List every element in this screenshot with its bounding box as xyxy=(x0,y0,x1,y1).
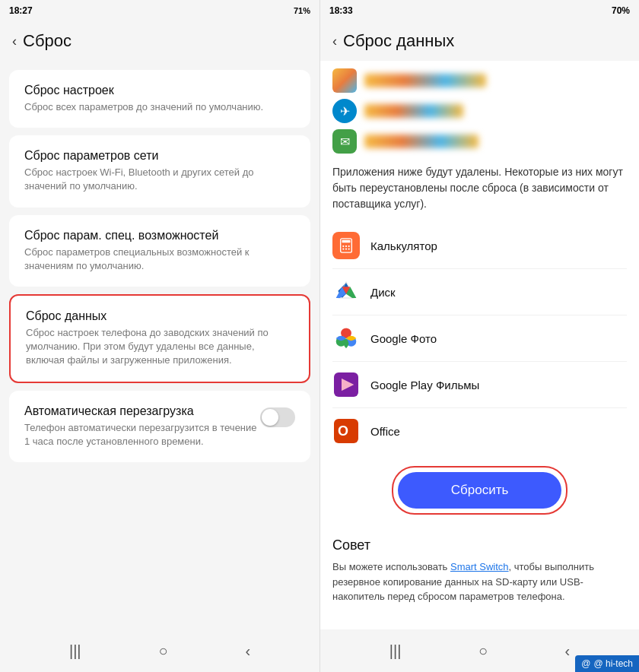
right-panel: 18:33 70% ‹ Сброс данных ✈ ✉ Приложения … xyxy=(320,0,639,672)
app-item-calculator: Калькулятор xyxy=(332,223,627,269)
watermark-icon: @ xyxy=(581,658,590,669)
left-panel: 18:27 71% ‹ Сброс Сброс настроек Сброс в… xyxy=(0,0,320,672)
svg-text:O: O xyxy=(338,423,348,439)
drive-svg xyxy=(334,280,358,304)
auto-restart-toggle[interactable] xyxy=(260,407,295,427)
svg-point-5 xyxy=(342,248,344,249)
movies-svg xyxy=(334,372,358,397)
right-status-bar: 18:33 70% xyxy=(320,0,639,21)
reset-accessibility-title: Сброс парам. спец. возможностей xyxy=(24,229,295,242)
tip-text-before: Вы можете использовать xyxy=(332,561,450,572)
reset-settings-desc: Сброс всех параметров до значений по умо… xyxy=(24,100,295,114)
app-item-drive: Диск xyxy=(332,269,627,315)
left-time: 18:27 xyxy=(9,5,33,16)
info-text: Приложения ниже будут удалены. Некоторые… xyxy=(320,157,639,223)
svg-point-6 xyxy=(345,248,347,249)
blurred-section: ✈ ✉ xyxy=(320,61,639,157)
left-back-button[interactable]: ‹ xyxy=(12,33,17,49)
blurred-item-1 xyxy=(332,68,627,93)
drive-icon xyxy=(332,278,360,306)
reset-network-desc: Сброс настроек Wi-Fi, Bluetooth и других… xyxy=(24,166,295,193)
reset-button[interactable]: Сбросить xyxy=(398,472,562,509)
svg-point-4 xyxy=(348,246,350,247)
tip-title: Совет xyxy=(332,537,627,553)
auto-restart-content: Автоматическая перезагрузка Телефон авто… xyxy=(24,404,260,449)
watermark: @ @ hi-tech xyxy=(575,655,639,672)
app-item-photos: Google Фото xyxy=(332,315,627,362)
auto-restart-desc: Телефон автоматически перезагрузится в т… xyxy=(24,421,260,449)
tip-text: Вы можете использовать Smart Switch, что… xyxy=(332,559,627,604)
right-time: 18:33 xyxy=(329,5,353,16)
reset-data-item[interactable]: Сброс данных Сброс настроек телефона до … xyxy=(9,294,310,383)
office-icon: O xyxy=(332,417,360,445)
app-list: Калькулятор xyxy=(320,223,639,454)
blurred-bar-3 xyxy=(364,135,478,148)
left-nav-back[interactable]: ‹ xyxy=(245,642,250,660)
reset-button-wrapper: Сбросить xyxy=(392,466,568,515)
reset-data-desc: Сброс настроек телефона до заводских зна… xyxy=(26,326,294,368)
svg-point-3 xyxy=(345,246,347,247)
photos-name: Google Фото xyxy=(370,332,437,345)
blurred-icon-1 xyxy=(332,68,357,93)
calculator-icon xyxy=(332,232,360,259)
auto-restart-item[interactable]: Автоматическая перезагрузка Телефон авто… xyxy=(9,391,310,462)
office-svg: O xyxy=(334,419,358,443)
left-header: ‹ Сброс xyxy=(0,21,320,61)
reset-accessibility-desc: Сброс параметров специальных возможносте… xyxy=(24,246,295,273)
settings-list: Сброс настроек Сброс всех параметров до … xyxy=(0,61,320,629)
left-nav-bar: ||| ○ ‹ xyxy=(0,629,320,672)
left-battery: 71% xyxy=(294,6,310,15)
reset-network-title: Сброс параметров сети xyxy=(24,149,295,163)
reset-network-item[interactable]: Сброс параметров сети Сброс настроек Wi-… xyxy=(9,135,310,207)
photos-icon xyxy=(332,325,360,352)
blurred-bar-1 xyxy=(364,74,486,87)
movies-name: Google Play Фильмы xyxy=(370,379,479,391)
smart-switch-link[interactable]: Smart Switch xyxy=(450,561,509,572)
left-nav-home[interactable]: ○ xyxy=(158,642,167,660)
left-nav-recent[interactable]: ||| xyxy=(69,642,81,660)
reset-button-section: Сбросить xyxy=(320,454,639,527)
calc-svg xyxy=(338,237,354,254)
reset-settings-title: Сброс настроек xyxy=(24,84,295,97)
reset-data-title: Сброс данных xyxy=(26,309,294,323)
sms-icon: ✉ xyxy=(332,129,357,154)
reset-accessibility-item[interactable]: Сброс парам. спец. возможностей Сброс па… xyxy=(9,215,310,287)
right-nav-home[interactable]: ○ xyxy=(478,642,488,660)
app-item-office: O Office xyxy=(332,408,627,454)
photos-svg xyxy=(334,326,358,350)
office-name: Office xyxy=(370,425,400,438)
right-page-title: Сброс данных xyxy=(343,31,454,51)
blurred-item-3: ✉ xyxy=(332,129,627,154)
blurred-bar-2 xyxy=(364,104,463,118)
watermark-text: @ hi-tech xyxy=(593,658,633,669)
drive-name: Диск xyxy=(370,286,396,299)
app-item-movies: Google Play Фильмы xyxy=(332,362,627,408)
movies-icon xyxy=(332,371,360,398)
tip-section: Совет Вы можете использовать Smart Switc… xyxy=(320,527,639,610)
left-page-title: Сброс xyxy=(23,31,72,51)
svg-point-2 xyxy=(342,246,344,247)
blurred-item-2: ✈ xyxy=(332,99,627,123)
left-status-bar: 18:27 71% xyxy=(0,0,320,21)
svg-point-7 xyxy=(348,248,350,249)
telegram-icon: ✈ xyxy=(332,99,357,123)
right-nav-back[interactable]: ‹ xyxy=(565,642,571,660)
right-content: ✈ ✉ Приложения ниже будут удалены. Некот… xyxy=(320,61,639,629)
svg-rect-1 xyxy=(342,240,351,243)
calculator-name: Калькулятор xyxy=(370,239,437,252)
right-header: ‹ Сброс данных xyxy=(320,21,639,61)
right-back-button[interactable]: ‹ xyxy=(332,33,337,49)
right-nav-recent[interactable]: ||| xyxy=(389,642,402,660)
auto-restart-title: Автоматическая перезагрузка xyxy=(24,404,260,418)
right-battery: 70% xyxy=(612,5,630,16)
reset-settings-item[interactable]: Сброс настроек Сброс всех параметров до … xyxy=(9,70,310,128)
